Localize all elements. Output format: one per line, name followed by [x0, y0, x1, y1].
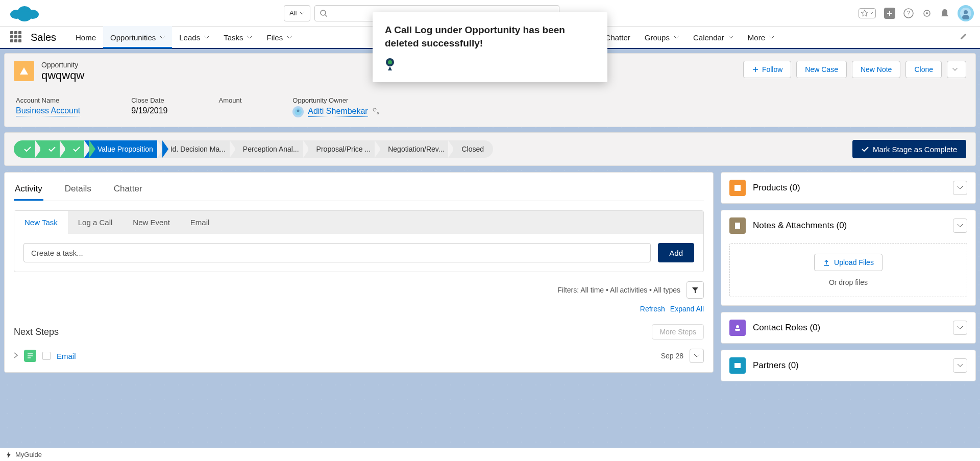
- plus-icon: [884, 8, 895, 19]
- user-avatar[interactable]: [958, 5, 974, 21]
- nav-leads[interactable]: Leads: [172, 26, 216, 48]
- nav-edit-button[interactable]: [960, 32, 968, 42]
- partners-title[interactable]: Partners (0): [753, 360, 946, 371]
- new-case-button[interactable]: New Case: [796, 61, 847, 78]
- chevron-down-icon: [287, 36, 292, 39]
- nav-tasks[interactable]: Tasks: [216, 26, 259, 48]
- more-actions-button[interactable]: [947, 61, 966, 78]
- change-owner-icon: [372, 107, 379, 114]
- change-owner-button[interactable]: [372, 107, 379, 116]
- nav-calendar[interactable]: Calendar: [686, 26, 741, 48]
- step-checkbox[interactable]: [42, 352, 51, 360]
- search-scope-dropdown[interactable]: All: [284, 5, 310, 21]
- nav-groups[interactable]: Groups: [638, 26, 686, 48]
- chevron-right-icon: [14, 352, 18, 358]
- chevron-down-icon: [674, 36, 679, 39]
- close-date-value: 9/19/2019: [131, 106, 167, 115]
- svg-rect-17: [734, 185, 741, 191]
- favorites-button[interactable]: [859, 8, 876, 18]
- contact-roles-icon: [729, 320, 746, 336]
- chevron-down-icon: [160, 36, 165, 39]
- check-icon: [48, 147, 56, 152]
- clone-button[interactable]: Clone: [905, 61, 942, 78]
- nav-home[interactable]: Home: [68, 26, 103, 48]
- products-icon: [729, 180, 746, 196]
- more-steps-button[interactable]: More Steps: [652, 324, 704, 339]
- help-button[interactable]: ?: [903, 8, 914, 18]
- owner-label: Opportunity Owner: [292, 96, 379, 104]
- app-launcher[interactable]: [10, 31, 22, 43]
- check-icon: [24, 147, 31, 152]
- app-name: Sales: [31, 32, 56, 43]
- tab-details[interactable]: Details: [64, 179, 92, 201]
- subtab-new-event[interactable]: New Event: [122, 211, 180, 234]
- upload-area[interactable]: Upload Files Or drop files: [729, 243, 967, 297]
- setup-button[interactable]: [922, 8, 932, 18]
- products-title[interactable]: Products (0): [753, 183, 946, 193]
- drop-text: Or drop files: [740, 278, 957, 286]
- step-title[interactable]: Email: [57, 352, 76, 360]
- avatar-icon: [960, 7, 972, 19]
- subtab-email[interactable]: Email: [180, 211, 220, 234]
- partners-menu[interactable]: [953, 358, 967, 373]
- step-menu[interactable]: [690, 349, 704, 363]
- notes-menu[interactable]: [953, 219, 967, 233]
- gear-icon: [922, 8, 932, 18]
- nav-more[interactable]: More: [741, 26, 781, 48]
- nav-files[interactable]: Files: [259, 26, 299, 48]
- tab-chatter[interactable]: Chatter: [113, 179, 143, 201]
- svg-point-19: [736, 325, 739, 328]
- toast-pin-icon: [385, 58, 595, 73]
- nav-opportunities[interactable]: Opportunities: [103, 26, 172, 48]
- refresh-link[interactable]: Refresh: [640, 305, 665, 313]
- owner-avatar-icon: [292, 106, 304, 117]
- salesforce-logo: [10, 3, 39, 23]
- activity-panel: Activity Details Chatter New Task Log a …: [4, 172, 714, 373]
- plus-icon: [752, 66, 759, 73]
- mark-complete-button[interactable]: Mark Stage as Complete: [852, 140, 966, 158]
- account-label: Account Name: [16, 96, 80, 104]
- chevron-down-icon: [300, 12, 305, 15]
- path-stage-8[interactable]: Negotiation/Rev...: [375, 140, 453, 158]
- filters-text: Filters: All time • All activities • All…: [557, 286, 680, 294]
- notes-title[interactable]: Notes & Attachments (0): [753, 221, 946, 231]
- svg-point-15: [297, 110, 300, 112]
- notes-icon: [729, 217, 746, 234]
- toast-notification: A Call Log under Opportunity has been de…: [373, 12, 607, 82]
- path-card: Value Proposition Id. Decision Ma... Per…: [4, 132, 976, 166]
- products-card: Products (0): [721, 172, 976, 204]
- search-scope-label: All: [289, 9, 297, 17]
- filter-button[interactable]: [687, 281, 704, 299]
- lightning-icon: [6, 451, 11, 458]
- subtab-new-task[interactable]: New Task: [14, 211, 68, 234]
- products-menu[interactable]: [953, 181, 967, 195]
- account-link[interactable]: Business Account: [16, 106, 80, 116]
- add-task-button[interactable]: Add: [658, 243, 694, 262]
- expand-all-link[interactable]: Expand All: [670, 305, 704, 313]
- chevron-down-icon: [958, 364, 963, 367]
- add-button[interactable]: [884, 8, 895, 19]
- upload-files-button[interactable]: Upload Files: [814, 254, 883, 271]
- chevron-down-icon: [694, 354, 699, 357]
- path-stage-5[interactable]: Id. Decision Ma...: [157, 140, 235, 158]
- task-input[interactable]: Create a task...: [23, 243, 651, 262]
- svg-point-3: [17, 11, 32, 21]
- search-icon: [320, 10, 327, 17]
- chevron-down-icon: [952, 68, 958, 71]
- step-expand[interactable]: [14, 351, 18, 360]
- path-stage-7[interactable]: Proposal/Price ...: [303, 140, 380, 158]
- contact-roles-menu[interactable]: [953, 321, 967, 335]
- notifications-button[interactable]: [940, 8, 949, 18]
- new-note-button[interactable]: New Note: [852, 61, 900, 78]
- path-stage-6[interactable]: Perception Anal...: [230, 140, 308, 158]
- follow-button[interactable]: Follow: [743, 61, 791, 78]
- svg-point-16: [373, 108, 376, 111]
- subtab-log-call[interactable]: Log a Call: [68, 211, 123, 234]
- check-icon: [73, 147, 80, 152]
- contact-roles-title[interactable]: Contact Roles (0): [753, 323, 946, 333]
- tab-activity[interactable]: Activity: [14, 179, 43, 201]
- path-stage-current[interactable]: Value Proposition: [84, 140, 162, 158]
- chevron-down-icon: [728, 36, 733, 39]
- svg-point-12: [964, 10, 968, 14]
- owner-link[interactable]: Aditi Shembekar: [308, 107, 368, 117]
